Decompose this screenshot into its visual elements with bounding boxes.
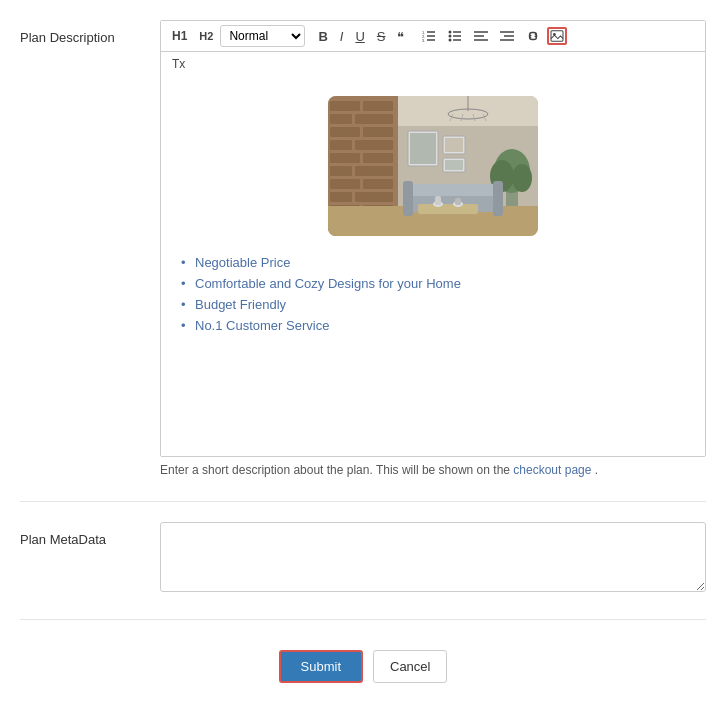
svg-rect-29 <box>355 140 393 150</box>
plan-description-label: Plan Description <box>20 20 140 477</box>
svg-rect-36 <box>330 192 352 202</box>
room-image <box>328 96 538 236</box>
svg-rect-18 <box>551 31 563 41</box>
unordered-list-icon <box>448 30 462 42</box>
svg-point-9 <box>449 31 452 34</box>
image-button[interactable] <box>547 27 567 45</box>
metadata-input[interactable] <box>160 522 706 592</box>
svg-rect-27 <box>363 127 393 137</box>
unordered-list-button[interactable] <box>443 27 467 45</box>
italic-button[interactable]: I <box>335 26 349 47</box>
svg-rect-32 <box>330 166 352 176</box>
svg-rect-25 <box>355 114 393 124</box>
link-icon <box>526 30 540 42</box>
plan-description-field: H1 H2 Normal Heading 1 Heading 2 Heading… <box>160 20 706 477</box>
footer-divider <box>20 619 706 620</box>
help-text-link: checkout page <box>513 463 591 477</box>
editor-image-container <box>181 96 685 239</box>
align-left-button[interactable] <box>469 27 493 45</box>
bullet-list: Negotiable Price Comfortable and Cozy De… <box>181 255 685 333</box>
bold-button[interactable]: B <box>313 26 332 47</box>
format-select[interactable]: Normal Heading 1 Heading 2 Heading 3 <box>220 25 305 47</box>
footer-buttons: Submit Cancel <box>20 650 706 703</box>
svg-rect-61 <box>403 184 503 196</box>
svg-rect-24 <box>330 114 352 124</box>
svg-rect-68 <box>455 198 461 205</box>
svg-rect-26 <box>330 127 360 137</box>
svg-rect-31 <box>363 153 393 163</box>
svg-rect-23 <box>363 101 393 111</box>
link-button[interactable] <box>521 27 545 45</box>
align-right-button[interactable] <box>495 27 519 45</box>
svg-rect-64 <box>418 204 478 214</box>
blockquote-button[interactable]: ❝ <box>392 26 409 47</box>
svg-rect-28 <box>330 140 352 150</box>
svg-rect-51 <box>410 133 436 164</box>
svg-text:3.: 3. <box>422 38 425 43</box>
submit-button[interactable]: Submit <box>279 650 363 683</box>
plan-description-section: Plan Description H1 H2 Normal Heading 1 … <box>20 20 706 477</box>
svg-rect-66 <box>435 196 441 205</box>
svg-rect-55 <box>445 160 463 170</box>
toolbar-row2: Tx <box>161 52 705 76</box>
svg-rect-34 <box>330 179 360 189</box>
svg-point-10 <box>449 35 452 38</box>
section-divider <box>20 501 706 502</box>
cancel-button[interactable]: Cancel <box>373 650 447 683</box>
align-right-icon <box>500 30 514 42</box>
ordered-list-button[interactable]: 1. 2. 3. <box>417 27 441 45</box>
clear-format-button[interactable]: Tx <box>167 54 190 74</box>
svg-rect-35 <box>363 179 393 189</box>
svg-point-59 <box>512 164 532 192</box>
image-icon <box>550 30 564 42</box>
ordered-list-icon: 1. 2. 3. <box>422 30 436 42</box>
svg-rect-62 <box>403 181 413 216</box>
bullet-item-3: Budget Friendly <box>181 297 685 312</box>
plan-metadata-label: Plan MetaData <box>20 522 140 595</box>
rich-text-editor: H1 H2 Normal Heading 1 Heading 2 Heading… <box>160 20 706 457</box>
h2-button[interactable]: H2 <box>194 27 218 45</box>
svg-rect-22 <box>330 101 360 111</box>
plan-metadata-field <box>160 522 706 595</box>
svg-rect-33 <box>355 166 393 176</box>
svg-point-11 <box>449 39 452 42</box>
bullet-item-2: Comfortable and Cozy Designs for your Ho… <box>181 276 685 291</box>
underline-button[interactable]: U <box>350 26 369 47</box>
bullet-item-1: Negotiable Price <box>181 255 685 270</box>
h1-button[interactable]: H1 <box>167 26 192 46</box>
svg-rect-63 <box>493 181 503 216</box>
bullet-item-4: No.1 Customer Service <box>181 318 685 333</box>
svg-rect-53 <box>445 138 463 152</box>
editor-toolbar: H1 H2 Normal Heading 1 Heading 2 Heading… <box>161 21 705 52</box>
plan-metadata-section: Plan MetaData <box>20 522 706 595</box>
strikethrough-button[interactable]: S <box>372 26 391 47</box>
clear-format-label: Tx <box>172 57 185 71</box>
svg-rect-37 <box>355 192 393 202</box>
svg-rect-30 <box>330 153 360 163</box>
help-text: Enter a short description about the plan… <box>160 463 706 477</box>
editor-content[interactable]: Negotiable Price Comfortable and Cozy De… <box>161 76 705 456</box>
align-left-icon <box>474 30 488 42</box>
